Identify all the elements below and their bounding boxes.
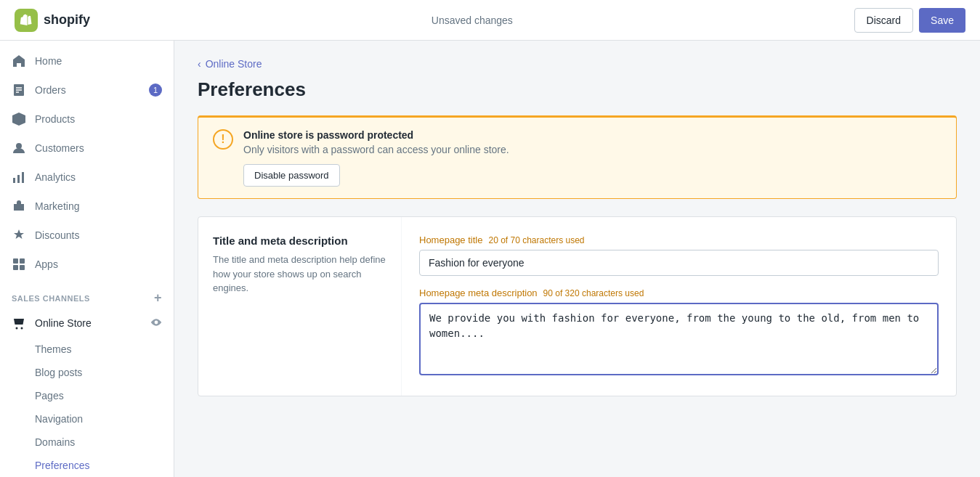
- homepage-meta-label: Homepage meta description: [419, 288, 538, 298]
- sales-channels-heading: SALES CHANNELS +: [0, 279, 174, 309]
- online-store-subnav: Themes Blog posts Pages Navigation Domai…: [0, 338, 174, 477]
- topbar: shopify Unsaved changes Discard Save: [0, 0, 980, 41]
- page-title: Preferences: [198, 78, 957, 101]
- topbar-left: shopify: [15, 9, 90, 32]
- svg-point-4: [16, 143, 22, 149]
- sidebar-nav: Home Orders 1 Products: [0, 41, 174, 477]
- add-sales-channel-button[interactable]: +: [154, 290, 162, 306]
- sidebar-item-home[interactable]: Home: [0, 46, 174, 76]
- homepage-title-label: Homepage title: [419, 235, 482, 245]
- section-left-title: Title and meta description: [213, 235, 386, 247]
- sidebar-item-preferences[interactable]: Preferences: [0, 454, 174, 477]
- sidebar-item-products[interactable]: Products: [0, 105, 174, 134]
- title-meta-section: Title and meta description The title and…: [198, 216, 957, 396]
- homepage-title-input[interactable]: [419, 250, 939, 276]
- svg-rect-8: [13, 258, 18, 264]
- sidebar-item-marketing[interactable]: Marketing: [0, 192, 174, 221]
- orders-icon: [12, 83, 26, 97]
- breadcrumb[interactable]: ‹ Online Store: [198, 58, 957, 70]
- svg-rect-6: [17, 175, 20, 183]
- sidebar-item-domains[interactable]: Domains: [0, 431, 174, 454]
- svg-point-14: [155, 320, 158, 324]
- homepage-title-char-count: 20 of 70 characters used: [488, 235, 584, 245]
- brand-name: shopify: [44, 12, 90, 28]
- svg-rect-11: [20, 265, 25, 270]
- homepage-meta-textarea[interactable]: We provide you with fashion for everyone…: [419, 303, 939, 375]
- marketing-icon: [12, 199, 26, 213]
- sidebar-item-products-label: Products: [35, 113, 162, 125]
- svg-point-13: [21, 327, 23, 330]
- sidebar-item-apps[interactable]: Apps: [0, 250, 174, 279]
- sidebar-item-customers[interactable]: Customers: [0, 134, 174, 163]
- discard-button[interactable]: Discard: [854, 8, 913, 33]
- sidebar-item-online-store[interactable]: Online Store: [0, 309, 174, 338]
- sidebar-item-customers-label: Customers: [35, 142, 162, 154]
- sidebar-item-home-label: Home: [35, 55, 162, 67]
- svg-point-12: [16, 327, 18, 330]
- sidebar: Home Orders 1 Products: [0, 41, 174, 477]
- apps-icon: [12, 257, 26, 272]
- home-icon: [12, 54, 26, 68]
- sidebar-item-marketing-label: Marketing: [35, 200, 162, 212]
- section-right: Homepage title 20 of 70 characters used …: [402, 217, 956, 396]
- topbar-actions: Discard Save: [854, 8, 965, 33]
- save-button[interactable]: Save: [919, 8, 965, 33]
- svg-rect-10: [13, 265, 18, 270]
- sidebar-item-analytics[interactable]: Analytics: [0, 163, 174, 192]
- svg-rect-7: [22, 172, 24, 183]
- warning-description: Only visitors with a password can access…: [243, 144, 941, 155]
- breadcrumb-parent: Online Store: [206, 58, 262, 70]
- online-store-icon: [12, 316, 26, 330]
- sidebar-item-navigation[interactable]: Navigation: [0, 407, 174, 431]
- main-layout: Home Orders 1 Products: [0, 41, 980, 477]
- orders-badge: 1: [149, 83, 162, 97]
- shopify-logo-icon: [15, 9, 38, 32]
- online-store-label: Online Store: [35, 317, 92, 329]
- analytics-icon: [12, 170, 26, 184]
- homepage-title-label-row: Homepage title 20 of 70 characters used: [419, 235, 939, 245]
- discounts-icon: [12, 228, 26, 242]
- warning-content: Online store is password protected Only …: [243, 129, 941, 187]
- disable-password-button[interactable]: Disable password: [243, 164, 340, 187]
- unsaved-status: Unsaved changes: [432, 15, 513, 26]
- sidebar-item-blog-posts[interactable]: Blog posts: [0, 361, 174, 384]
- sidebar-item-themes[interactable]: Themes: [0, 338, 174, 361]
- sidebar-item-discounts-label: Discounts: [35, 229, 162, 241]
- topbar-logo: shopify: [15, 9, 90, 32]
- section-left-desc: The title and meta description help defi…: [213, 253, 386, 295]
- sidebar-item-analytics-label: Analytics: [35, 171, 162, 183]
- warning-title: Online store is password protected: [243, 129, 941, 141]
- online-store-eye-icon[interactable]: [150, 317, 162, 330]
- sidebar-item-apps-label: Apps: [35, 258, 162, 270]
- password-warning-banner: ! Online store is password protected Onl…: [198, 115, 957, 199]
- section-left: Title and meta description The title and…: [198, 217, 402, 396]
- warning-icon: !: [213, 129, 233, 150]
- homepage-meta-char-count: 90 of 320 characters used: [543, 288, 644, 298]
- svg-rect-9: [20, 258, 25, 264]
- customers-icon: [12, 141, 26, 155]
- sidebar-item-orders-label: Orders: [35, 84, 140, 96]
- section-inner: Title and meta description The title and…: [198, 217, 956, 396]
- sidebar-item-orders[interactable]: Orders 1: [0, 76, 174, 105]
- svg-rect-5: [13, 178, 15, 183]
- breadcrumb-chevron: ‹: [198, 58, 201, 70]
- sidebar-item-pages[interactable]: Pages: [0, 384, 174, 407]
- products-icon: [12, 112, 26, 126]
- main-content: ‹ Online Store Preferences ! Online stor…: [174, 41, 980, 477]
- homepage-meta-label-row: Homepage meta description 90 of 320 char…: [419, 288, 939, 298]
- online-store-actions: [150, 317, 162, 330]
- sidebar-item-discounts[interactable]: Discounts: [0, 221, 174, 250]
